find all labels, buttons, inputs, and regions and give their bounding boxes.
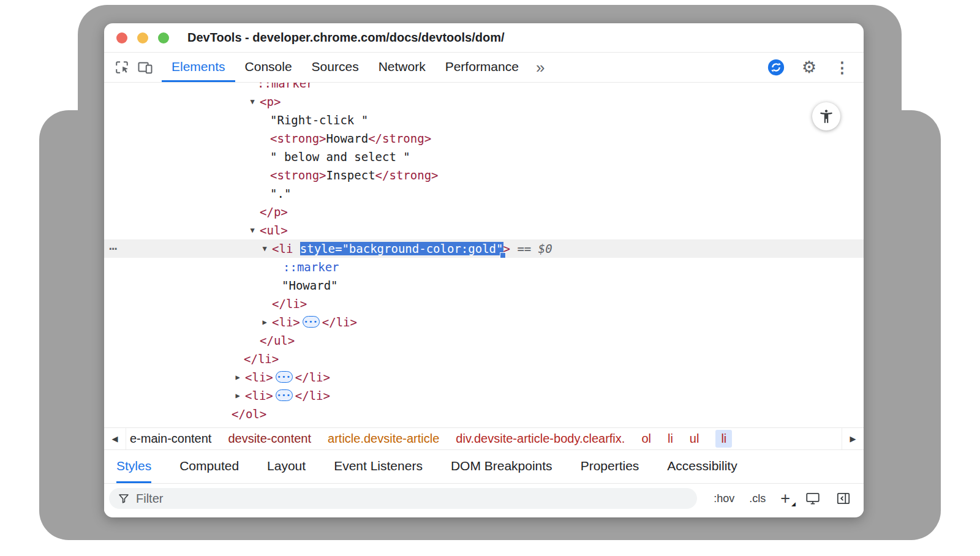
code-token-text: "." [270, 187, 291, 200]
tab-sources[interactable]: Sources [302, 53, 369, 82]
breadcrumb-item-ul[interactable]: ul [690, 432, 699, 446]
breadcrumb-bar: ◀ e-main-contentdevsite-contentarticle.d… [104, 427, 864, 450]
code-token-tag: <li> [245, 370, 273, 384]
code-token-tag: </li> [272, 297, 307, 310]
expand-arrow-icon[interactable]: ▶ [232, 368, 244, 386]
code-token-tag: <li [272, 242, 300, 255]
sidebar-panel-tabs: StylesComputedLayoutEvent ListenersDOM B… [104, 450, 864, 484]
code-token-tag: ::marker [257, 83, 314, 90]
code-token-dim: == [510, 242, 538, 255]
tab-performance[interactable]: Performance [435, 53, 529, 82]
toggle-element-state-button[interactable]: :hov [714, 492, 734, 505]
element-classes-button[interactable]: .cls [749, 492, 766, 505]
plus-label: + [780, 489, 790, 508]
dom-tree-line[interactable]: "." [104, 184, 864, 203]
breadcrumb-item-devsite-content[interactable]: devsite-content [228, 432, 311, 446]
devtools-window: DevTools - developer.chrome.com/docs/dev… [104, 23, 864, 517]
dom-tree-line[interactable]: " below and select " [104, 148, 864, 166]
code-token-tag: <p> [260, 95, 281, 108]
collapse-arrow-icon[interactable]: ▼ [246, 221, 258, 239]
accessibility-floating-button[interactable] [812, 102, 840, 130]
zoom-window-button[interactable] [158, 32, 169, 43]
dom-tree-line[interactable]: ::marker [104, 258, 864, 276]
tab-network[interactable]: Network [369, 53, 435, 82]
dom-tree-line[interactable]: </ul> [104, 331, 864, 350]
dom-tree-line[interactable]: "Right-click " [104, 111, 864, 129]
code-token-tag: </strong> [375, 168, 439, 182]
panel-tab-dom-breakpoints[interactable]: DOM Breakpoints [451, 450, 552, 483]
window-title: DevTools - developer.chrome.com/docs/dev… [187, 31, 505, 45]
code-token-tag: </ul> [260, 334, 295, 347]
dom-tree-line[interactable]: <strong>Howard</strong> [104, 129, 864, 148]
dom-tree-line[interactable]: "Howard" [104, 276, 864, 295]
collapsed-content-button[interactable]: ••• [276, 389, 293, 401]
title-bar: DevTools - developer.chrome.com/docs/dev… [104, 23, 864, 53]
toolbar-right-group: ⚙ ⋮ [764, 56, 854, 79]
sync-badge-icon[interactable] [764, 56, 788, 79]
code-token-tag: </li> [244, 352, 279, 366]
dom-tree-line[interactable]: ⋯▼<li style="background-color:gold"> == … [104, 239, 864, 258]
settings-gear-icon[interactable]: ⚙ [797, 56, 821, 79]
breadcrumb-item-ol[interactable]: ol [641, 432, 651, 446]
accessibility-person-icon [818, 108, 834, 124]
dock-sidebar-icon[interactable] [835, 490, 851, 506]
tab-console[interactable]: Console [235, 53, 302, 82]
styles-filter-field[interactable] [109, 488, 697, 509]
rendering-display-icon[interactable] [805, 490, 821, 506]
expand-arrow-icon[interactable]: ▶ [258, 313, 271, 331]
dom-tree: ::marker▼<p>"Right-click "<strong>Howard… [104, 83, 864, 427]
collapse-arrow-icon[interactable]: ▼ [246, 92, 258, 111]
panel-tab-properties[interactable]: Properties [581, 450, 639, 483]
styles-filter-input[interactable] [136, 492, 688, 506]
panel-tab-computed[interactable]: Computed [179, 450, 239, 483]
plus-caret-icon: ◢ [791, 502, 796, 507]
collapsed-content-button[interactable]: ••• [276, 371, 293, 383]
dom-tree-line[interactable]: ::marker [104, 83, 864, 92]
breadcrumb-item-article-devsite-article[interactable]: article.devsite-article [328, 432, 439, 446]
tab-elements[interactable]: Elements [162, 53, 235, 82]
code-token-tag: <ul> [260, 224, 288, 237]
code-token-tag: </ol> [232, 407, 266, 421]
customize-devtools-kebab-icon[interactable]: ⋮ [831, 56, 854, 79]
dom-tree-line[interactable]: ▶<li>•••</li> [104, 368, 864, 386]
dom-tree-line[interactable]: </li> [104, 295, 864, 313]
code-token-sel[interactable]: style="background-color:gold" [300, 242, 503, 255]
inspect-element-icon[interactable] [110, 56, 134, 79]
dom-tree-line[interactable]: </ol> [104, 405, 864, 423]
panel-tab-accessibility[interactable]: Accessibility [667, 450, 737, 483]
dom-tree-line[interactable]: </p> [104, 203, 864, 221]
new-style-rule-button[interactable]: +◢ [780, 490, 790, 507]
code-token-dollar: $0 [538, 242, 552, 255]
code-token-pseudo: ::marker [283, 260, 339, 274]
panel-tab-layout[interactable]: Layout [267, 450, 306, 483]
minimize-window-button[interactable] [137, 32, 148, 43]
code-token-text: Howard [326, 132, 369, 145]
breadcrumb-scroll-right-icon[interactable]: ▶ [842, 428, 864, 449]
code-token-tag: <strong> [270, 132, 326, 145]
panel-tab-event-listeners[interactable]: Event Listeners [334, 450, 423, 483]
code-token-tag: </li> [295, 389, 330, 402]
collapsed-content-button[interactable]: ••• [303, 316, 320, 328]
toggle-device-toolbar-icon[interactable] [134, 56, 157, 79]
expand-arrow-icon[interactable]: ▶ [232, 386, 244, 405]
breadcrumb-scroll-left-icon[interactable]: ◀ [104, 428, 126, 449]
main-tabs: ElementsConsoleSourcesNetworkPerformance [162, 53, 529, 82]
row-more-actions-icon[interactable]: ⋯ [109, 239, 117, 258]
dom-tree-line[interactable]: ▶<li>•••</li> [104, 386, 864, 405]
close-window-button[interactable] [116, 32, 127, 43]
dom-tree-line[interactable]: ▼<ul> [104, 221, 864, 239]
collapse-arrow-icon[interactable]: ▼ [258, 239, 271, 258]
code-token-tag: </li> [322, 315, 357, 329]
breadcrumb-item-li[interactable]: li [668, 432, 673, 446]
dom-tree-line[interactable]: ▶<li>•••</li> [104, 313, 864, 331]
breadcrumb-item-div-devsite-article-body-clearfix[interactable]: div.devsite-article-body.clearfix. [456, 432, 625, 446]
dom-tree-line[interactable]: </li> [104, 350, 864, 368]
dom-tree-line[interactable]: <strong>Inspect</strong> [104, 166, 864, 184]
breadcrumb-item-li[interactable]: li [715, 430, 732, 448]
breadcrumb-item-e-main-content[interactable]: e-main-content [130, 432, 211, 446]
panel-tab-styles[interactable]: Styles [116, 450, 151, 483]
code-token-text: "Howard" [282, 279, 338, 292]
styles-filter-controls: :hov .cls +◢ [714, 490, 851, 507]
more-tabs-icon[interactable]: » [529, 58, 552, 77]
dom-tree-line[interactable]: ▼<p> [104, 92, 864, 111]
